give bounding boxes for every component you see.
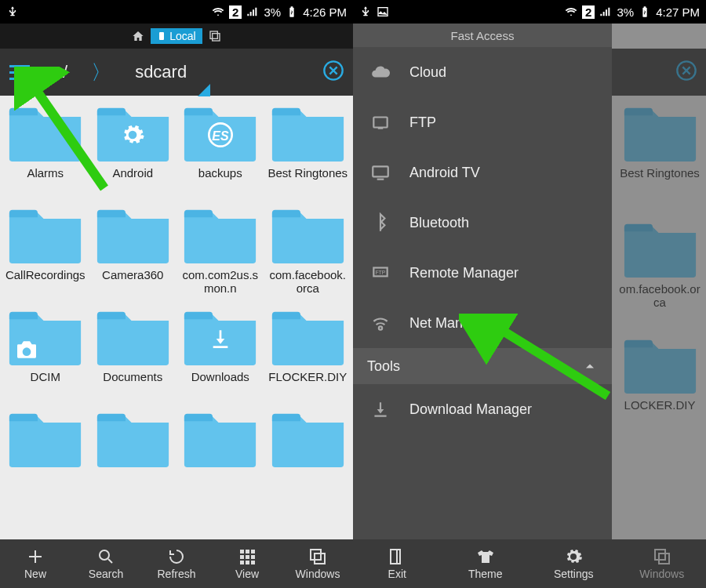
svg-text:ES: ES — [212, 129, 229, 143]
svg-rect-28 — [655, 550, 665, 560]
svg-text:FTP: FTP — [376, 270, 385, 275]
cloud-icon — [370, 62, 391, 82]
svg-line-30 — [490, 323, 608, 396]
folder-item[interactable]: com.facebook.orca — [266, 201, 351, 299]
svg-rect-7 — [240, 550, 244, 554]
svg-rect-15 — [251, 561, 255, 564]
panel-item-label: FTP — [409, 114, 436, 131]
folder-item[interactable] — [266, 405, 351, 503]
sim-indicator: 2 — [582, 5, 595, 19]
usb-icon — [359, 5, 372, 18]
svg-rect-23 — [373, 166, 388, 176]
folder-label: Best Ringtones — [267, 166, 348, 194]
bottom-bar: Exit Theme Settings Windows — [353, 539, 706, 588]
panel-item-android-tv[interactable]: Android TV — [353, 147, 612, 198]
battery-icon — [639, 5, 651, 18]
sim-indicator: 2 — [229, 5, 242, 19]
device-icon — [157, 31, 166, 41]
bottom-bar: New Search Refresh View Windows — [0, 539, 353, 588]
breadcrumb-current[interactable]: sdcard — [135, 62, 187, 82]
status-bar: 2 3% 4:26 PM — [0, 0, 353, 24]
new-button[interactable]: New — [0, 539, 71, 588]
wifi-icon — [212, 5, 224, 18]
svg-rect-29 — [659, 554, 669, 564]
folder-item[interactable] — [178, 405, 263, 503]
signal-icon — [246, 5, 259, 18]
svg-rect-12 — [251, 555, 255, 559]
status-bar: 2 3% 4:27 PM — [353, 0, 706, 24]
close-icon — [322, 60, 344, 82]
close-button[interactable] — [314, 60, 353, 85]
battery-icon — [286, 5, 298, 18]
svg-rect-1 — [210, 31, 217, 38]
tab-label: Local — [169, 30, 195, 42]
search-button[interactable]: Search — [71, 539, 141, 588]
gear-icon — [564, 547, 583, 566]
folder-item[interactable]: com.com2us.smon.n — [178, 201, 263, 299]
tab-bar: Local — [0, 24, 353, 49]
svg-rect-9 — [251, 550, 255, 554]
folder-item[interactable]: FLOCKER.DIY — [266, 303, 351, 401]
theme-button[interactable]: Theme — [442, 539, 530, 588]
folder-item[interactable]: ESbackups — [178, 99, 263, 198]
folder-item[interactable] — [3, 405, 88, 503]
annotation-arrow-menu — [14, 67, 116, 200]
svg-rect-0 — [159, 32, 164, 40]
folder-label: FLOCKER.DIY — [268, 370, 347, 398]
panel-item-remote-manager[interactable]: FTPRemote Manager — [353, 248, 612, 298]
svg-rect-22 — [378, 128, 384, 129]
svg-point-6 — [100, 550, 109, 560]
panel-item-label: Cloud — [409, 64, 446, 81]
battery-text: 3% — [617, 5, 634, 19]
folder-label: backups — [198, 166, 242, 194]
svg-rect-24 — [377, 179, 384, 180]
image-icon — [377, 5, 389, 18]
panel-item-ftp[interactable]: FTP — [353, 97, 612, 147]
panel-item-label: Bluetooth — [409, 215, 469, 231]
wifi-icon — [565, 5, 577, 18]
clock: 4:27 PM — [656, 5, 700, 19]
refresh-button[interactable]: Refresh — [141, 539, 212, 588]
folder-item[interactable]: DCIM — [3, 303, 88, 401]
svg-rect-11 — [246, 555, 249, 559]
svg-rect-17 — [315, 554, 325, 564]
left-phone: 2 3% 4:26 PM Local / 〉 sdcard AlarmsAndr… — [0, 0, 353, 588]
plus-icon — [26, 547, 45, 566]
view-button[interactable]: View — [212, 539, 282, 588]
panel-item-label: Remote Manager — [409, 265, 519, 281]
panel-item-bluetooth[interactable]: Bluetooth — [353, 198, 612, 248]
svg-rect-2 — [212, 34, 219, 41]
android-tv-icon — [370, 162, 391, 183]
windows-icon — [653, 547, 671, 566]
windows-button[interactable]: Windows — [282, 539, 353, 588]
settings-button[interactable]: Settings — [530, 539, 618, 588]
folder-item[interactable]: Camera360 — [91, 201, 176, 299]
svg-rect-27 — [391, 550, 400, 564]
folder-item[interactable]: CallRecordings — [3, 201, 88, 299]
windows-icon — [308, 547, 327, 566]
windows-small-icon[interactable] — [209, 30, 221, 42]
folder-item[interactable]: Documents — [91, 303, 176, 401]
signal-icon — [599, 5, 612, 18]
folder-label: com.com2us.smon.n — [180, 268, 261, 296]
tab-local[interactable]: Local — [151, 28, 202, 44]
folder-item[interactable] — [91, 405, 176, 503]
grid-icon — [238, 547, 257, 566]
home-icon[interactable] — [132, 30, 144, 42]
folder-label: Camera360 — [102, 268, 163, 296]
annotation-arrow-remote — [459, 314, 616, 408]
net-manager-icon — [370, 313, 391, 333]
panel-item-label: Android TV — [409, 165, 480, 181]
download-icon — [370, 399, 391, 419]
folder-item[interactable]: Best Ringtones — [266, 99, 351, 198]
exit-button[interactable]: Exit — [353, 539, 442, 588]
folder-label: Downloads — [191, 370, 249, 398]
panel-item-cloud[interactable]: Cloud — [353, 47, 612, 97]
folder-label: com.facebook.orca — [267, 268, 349, 296]
shirt-icon — [476, 547, 495, 566]
windows-button[interactable]: Windows — [618, 539, 707, 588]
ftp-icon — [370, 112, 391, 132]
fast-access-panel: Fast Access CloudFTPAndroid TVBluetoothF… — [353, 24, 612, 539]
panel-header: Fast Access — [353, 24, 612, 47]
folder-item[interactable]: Downloads — [178, 303, 263, 401]
